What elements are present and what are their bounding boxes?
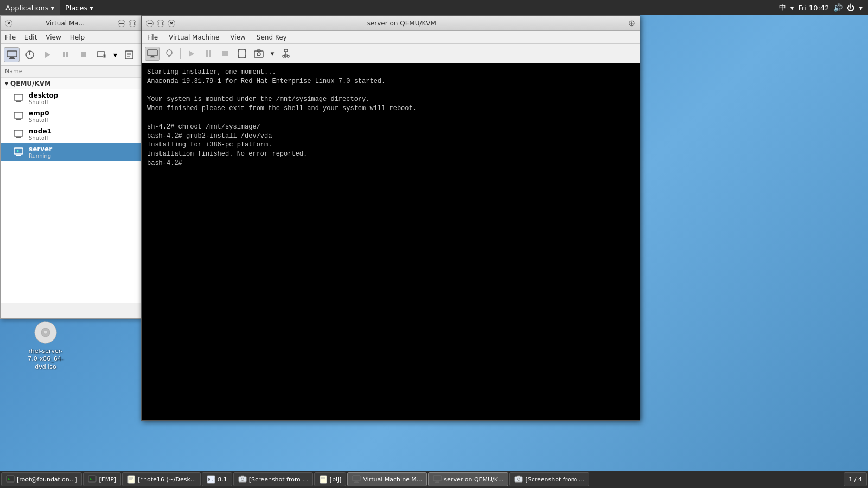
kvm-menu-vm[interactable]: Virtual Machine bbox=[163, 31, 225, 44]
taskbar-item-81[interactable]: 8.1 8.1 bbox=[202, 472, 232, 486]
applications-arrow: ▾ bbox=[50, 4, 54, 12]
svg-rect-58 bbox=[128, 476, 135, 483]
kvm-menu-sendkey[interactable]: Send Key bbox=[251, 31, 292, 44]
taskbar-item-term1[interactable]: >_ [root@foundation...] bbox=[1, 472, 82, 486]
vmm-titlebar: ✕ Virtual Ma... — □ bbox=[1, 16, 141, 31]
kvm-toolbar-play-button[interactable] bbox=[184, 47, 199, 61]
vmm-toolbar-power-button[interactable] bbox=[22, 47, 37, 62]
svg-rect-65 bbox=[241, 476, 244, 477]
vmm-toolbar-pause-button[interactable] bbox=[58, 47, 73, 62]
svg-point-43 bbox=[257, 53, 260, 56]
vmm-toolbar-stop-button[interactable] bbox=[75, 47, 91, 62]
vm-info-node1: node1 Shutoff bbox=[29, 127, 52, 141]
sound-icon[interactable]: 🔊 bbox=[833, 3, 843, 12]
svg-rect-8 bbox=[81, 52, 86, 57]
vmm-name-header: Name bbox=[1, 66, 141, 78]
vmm-maximize-button[interactable]: □ bbox=[129, 20, 136, 27]
vmm-toolbar: ▾ bbox=[1, 44, 141, 66]
taskbar-item-emp[interactable]: >_ [EMP] bbox=[83, 472, 121, 486]
kvm-toolbar-lightbulb-button[interactable] bbox=[162, 47, 177, 61]
vm-status-server: Running bbox=[29, 153, 52, 159]
terminal-output: Starting installer, one moment... Anacon… bbox=[142, 63, 640, 420]
clock: Fri 10:42 bbox=[798, 4, 829, 12]
kvm-menu-view[interactable]: View bbox=[225, 31, 251, 44]
vm-item-node1[interactable]: node1 Shutoff bbox=[1, 125, 141, 143]
vmm-menu-view[interactable]: View bbox=[41, 31, 65, 44]
vm-name-emp0: emp0 bbox=[29, 110, 49, 117]
taskbar-item-note[interactable]: [*note16 (~/Desk... bbox=[122, 472, 201, 486]
svg-rect-6 bbox=[63, 52, 65, 57]
vmm-toolbar-display-button[interactable] bbox=[4, 47, 20, 62]
vmm-toolbar-play-button[interactable] bbox=[40, 47, 55, 62]
vmm-menu-file[interactable]: File bbox=[1, 31, 20, 44]
taskbar-item-page[interactable]: 1 / 4 bbox=[844, 472, 867, 486]
kvm-menu-file[interactable]: File bbox=[142, 31, 163, 44]
vmm-toolbar-new-button[interactable] bbox=[93, 47, 109, 62]
taskbar-label-ss1: [Screenshot from ... bbox=[249, 476, 308, 483]
kvm-close-button[interactable]: ✕ bbox=[168, 20, 175, 27]
vmm-vm-list: ▾ QEMU/KVM desktop Shutoff bbox=[1, 78, 141, 303]
taskbar-label-ss2: [Screenshot from ... bbox=[525, 476, 584, 483]
vm-name-server: server bbox=[29, 145, 52, 153]
places-arrow: ▾ bbox=[90, 4, 93, 12]
kvm-toolbar-screenshot-button[interactable] bbox=[251, 47, 266, 61]
svg-rect-73 bbox=[433, 476, 441, 481]
svg-rect-42 bbox=[254, 51, 263, 57]
taskbar-label-page: 1 / 4 bbox=[848, 476, 862, 483]
desktop-icon-iso[interactable]: rhel-server-7.0-x86_64-dvd.iso bbox=[24, 317, 67, 373]
kvm-toolbar-stop-button[interactable] bbox=[218, 47, 233, 61]
vmm-menu-help[interactable]: Help bbox=[66, 31, 89, 44]
taskbar: >_ [root@foundation...] >_ [EMP] [*note1… bbox=[0, 471, 868, 488]
applications-menu[interactable]: Applications ▾ bbox=[0, 0, 60, 15]
vmm-group-label: QEMU/KVM bbox=[10, 80, 51, 87]
taskbar-label-note: [*note16 (~/Desk... bbox=[138, 476, 196, 483]
taskbar-label-kvm: server on QEMU/K... bbox=[444, 476, 503, 483]
kvm-toolbar-usb-button[interactable] bbox=[278, 47, 293, 61]
kvm-screen[interactable]: Starting installer, one moment... Anacon… bbox=[142, 63, 640, 420]
vmm-window: ✕ Virtual Ma... — □ File Edit View Help bbox=[0, 15, 141, 319]
taskbar-label-bij: [bij] bbox=[330, 476, 342, 483]
svg-rect-77 bbox=[517, 476, 520, 477]
vm-name-desktop: desktop bbox=[29, 92, 58, 99]
kvm-minimize-button[interactable]: — bbox=[146, 20, 154, 27]
kvm-toolbar-display-button[interactable] bbox=[145, 47, 160, 61]
svg-rect-39 bbox=[209, 50, 211, 57]
svg-point-33 bbox=[167, 50, 172, 55]
taskbar-item-kvm[interactable]: server on QEMU/K... bbox=[428, 472, 508, 486]
kvm-toolbar-sep1 bbox=[180, 48, 181, 59]
vm-item-emp0[interactable]: emp0 Shutoff bbox=[1, 107, 141, 125]
kvm-toolbar-pause-button[interactable] bbox=[201, 47, 216, 61]
vmm-menu-edit[interactable]: Edit bbox=[20, 31, 41, 44]
kvm-titlebar: — □ ✕ server on QEMU/KVM ⊕ bbox=[142, 16, 640, 31]
top-panel: Applications ▾ Places ▾ 中 ▾ Fri 10:42 🔊 … bbox=[0, 0, 868, 15]
iso-icon-label: rhel-server-7.0-x86_64-dvd.iso bbox=[26, 348, 65, 371]
svg-rect-30 bbox=[148, 50, 157, 56]
taskbar-label-term1: [root@foundation...] bbox=[17, 476, 77, 483]
vm-info-server: server Running bbox=[29, 145, 52, 159]
vmm-minimize-button[interactable]: — bbox=[118, 20, 125, 27]
input-method-arrow: ▾ bbox=[790, 4, 794, 12]
places-menu[interactable]: Places ▾ bbox=[60, 0, 99, 15]
power-arrow: ▾ bbox=[859, 4, 863, 12]
svg-marker-37 bbox=[189, 50, 194, 57]
vm-item-server[interactable]: server Running bbox=[1, 143, 141, 161]
vmm-toolbar-dropdown-button[interactable]: ▾ bbox=[111, 47, 119, 62]
taskbar-item-ss2[interactable]: [Screenshot from ... bbox=[509, 472, 589, 486]
vmm-toolbar-details-button[interactable] bbox=[122, 47, 137, 62]
svg-marker-5 bbox=[45, 52, 50, 58]
input-method-indicator[interactable]: 中 bbox=[779, 3, 786, 12]
taskbar-item-vmm[interactable]: Virtual Machine M... bbox=[347, 472, 427, 486]
kvm-toolbar-fullscreen-button[interactable] bbox=[234, 47, 250, 61]
taskbar-label-emp: [EMP] bbox=[99, 476, 116, 483]
svg-rect-23 bbox=[14, 130, 23, 136]
vm-item-desktop[interactable]: desktop Shutoff bbox=[1, 89, 141, 107]
kvm-toolbar-dropdown-button[interactable]: ▾ bbox=[268, 47, 277, 61]
taskbar-item-ss1[interactable]: [Screenshot from ... bbox=[233, 472, 313, 486]
vmm-group-qemu: ▾ QEMU/KVM bbox=[1, 78, 141, 89]
svg-rect-38 bbox=[206, 50, 208, 57]
taskbar-item-bij[interactable]: [bij] bbox=[314, 472, 347, 486]
svg-rect-67 bbox=[320, 476, 327, 483]
vmm-close-button[interactable]: ✕ bbox=[5, 20, 12, 27]
kvm-maximize-button[interactable]: □ bbox=[157, 20, 164, 27]
power-icon[interactable]: ⏻ bbox=[847, 3, 854, 12]
